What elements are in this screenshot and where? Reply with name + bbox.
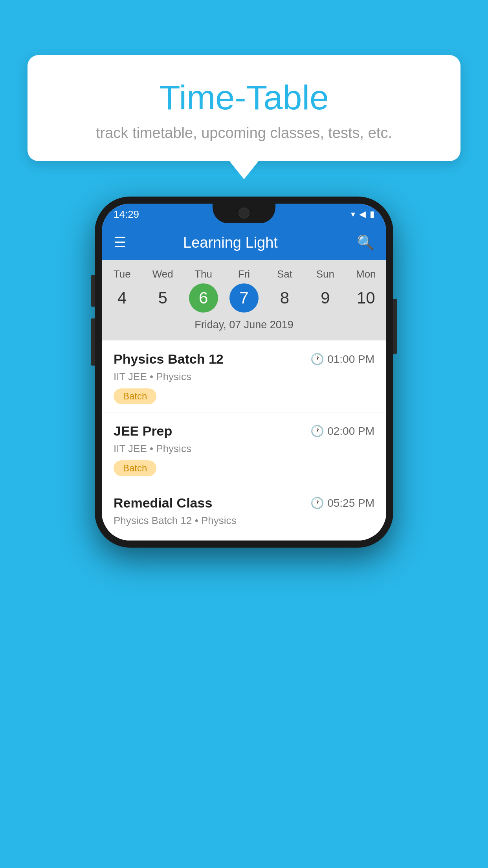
schedule-item-3-title: Remedial Class (114, 495, 212, 511)
phone-button-left2 (91, 318, 95, 366)
batch-badge-1: Batch (114, 388, 156, 404)
clock-icon-2: 🕐 (310, 425, 324, 438)
schedule-item-3-time: 🕐 05:25 PM (310, 497, 374, 509)
schedule-item-1[interactable]: Physics Batch 12 🕐 01:00 PM IIT JEE • Ph… (102, 340, 386, 412)
phone-camera (238, 208, 250, 219)
day-header-fri: Fri (224, 268, 264, 280)
phone-notch (213, 204, 275, 223)
phone-mockup: 14:29 ▾ ◀ ▮ ☰ Learning Light 🔍 Tue Wed T… (95, 197, 393, 548)
day-header-thu: Thu (183, 268, 224, 280)
battery-icon: ▮ (370, 209, 374, 219)
schedule-list: Physics Batch 12 🕐 01:00 PM IIT JEE • Ph… (102, 340, 386, 541)
day-header-wed: Wed (142, 268, 183, 280)
status-time: 14:29 (114, 208, 139, 221)
wifi-icon: ▾ (351, 209, 355, 219)
search-icon[interactable]: 🔍 (357, 234, 374, 251)
bubble-title: Time-Table (51, 79, 437, 117)
hamburger-icon[interactable]: ☰ (114, 234, 126, 251)
date-label: Friday, 07 June 2019 (102, 316, 386, 337)
day-5[interactable]: 5 (142, 283, 183, 313)
day-8[interactable]: 8 (264, 283, 305, 313)
day-9[interactable]: 9 (305, 283, 345, 313)
speech-bubble: Time-Table track timetable, upcoming cla… (28, 55, 460, 161)
day-headers: Tue Wed Thu Fri Sat Sun Mon (102, 268, 386, 280)
schedule-item-3-header: Remedial Class 🕐 05:25 PM (114, 495, 374, 511)
signal-icon: ◀ (359, 209, 366, 219)
phone-button-left1 (91, 275, 95, 307)
day-7-selected[interactable]: 7 (229, 283, 259, 313)
clock-icon-1: 🕐 (310, 353, 324, 366)
app-bar-title: Learning Light (134, 234, 327, 251)
day-header-sat: Sat (264, 268, 305, 280)
bubble-subtitle: track timetable, upcoming classes, tests… (51, 125, 437, 142)
phone-outer: 14:29 ▾ ◀ ▮ ☰ Learning Light 🔍 Tue Wed T… (95, 197, 393, 548)
schedule-item-3[interactable]: Remedial Class 🕐 05:25 PM Physics Batch … (102, 484, 386, 541)
day-10[interactable]: 10 (346, 283, 386, 313)
schedule-item-2-subtitle: IIT JEE • Physics (114, 443, 374, 455)
day-6-today[interactable]: 6 (189, 283, 218, 313)
schedule-item-1-time: 🕐 01:00 PM (310, 353, 374, 366)
day-header-sun: Sun (305, 268, 345, 280)
clock-icon-3: 🕐 (310, 497, 324, 509)
phone-button-right (393, 299, 397, 354)
schedule-item-1-title: Physics Batch 12 (114, 351, 224, 367)
day-4[interactable]: 4 (102, 283, 142, 313)
batch-badge-2: Batch (114, 460, 156, 476)
schedule-item-1-subtitle: IIT JEE • Physics (114, 371, 374, 383)
schedule-item-2-title: JEE Prep (114, 423, 172, 439)
app-bar: ☰ Learning Light 🔍 (102, 225, 386, 260)
schedule-item-3-subtitle: Physics Batch 12 • Physics (114, 515, 374, 527)
schedule-item-2-time: 🕐 02:00 PM (310, 425, 374, 438)
day-header-tue: Tue (102, 268, 142, 280)
schedule-item-1-header: Physics Batch 12 🕐 01:00 PM (114, 351, 374, 367)
day-header-mon: Mon (346, 268, 386, 280)
schedule-item-2[interactable]: JEE Prep 🕐 02:00 PM IIT JEE • Physics Ba… (102, 412, 386, 484)
status-icons: ▾ ◀ ▮ (351, 209, 374, 219)
calendar-strip: Tue Wed Thu Fri Sat Sun Mon 4 5 6 7 8 9 … (102, 260, 386, 340)
schedule-item-2-header: JEE Prep 🕐 02:00 PM (114, 423, 374, 439)
day-numbers: 4 5 6 7 8 9 10 (102, 283, 386, 313)
phone-screen: 14:29 ▾ ◀ ▮ ☰ Learning Light 🔍 Tue Wed T… (102, 204, 386, 541)
